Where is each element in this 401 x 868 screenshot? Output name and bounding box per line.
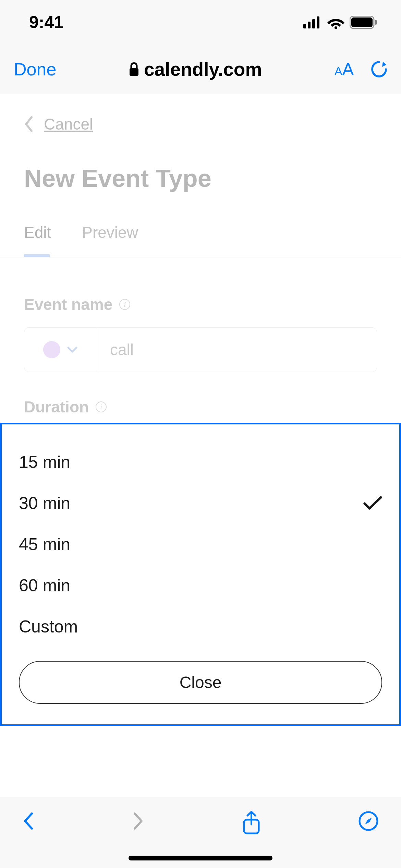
event-color-picker[interactable] (24, 328, 96, 372)
chevron-down-icon (67, 347, 77, 353)
duration-label: Duration (24, 398, 89, 416)
status-time: 9:41 (29, 12, 63, 32)
reload-icon[interactable] (371, 60, 387, 79)
picker-option-custom[interactable]: Custom (19, 606, 382, 647)
back-icon[interactable] (24, 116, 34, 132)
tab-edit[interactable]: Edit (24, 223, 51, 242)
tabs: Edit Preview (24, 223, 377, 257)
status-icons (303, 16, 377, 29)
lock-icon (129, 62, 139, 76)
event-name-label: Event name (24, 295, 112, 314)
color-swatch (43, 341, 60, 358)
cancel-link[interactable]: Cancel (44, 115, 93, 133)
battery-icon (350, 16, 377, 29)
duration-picker-panel: 15 min 30 min 45 min 60 min Custom Close (0, 423, 401, 726)
back-icon[interactable] (22, 811, 35, 831)
wifi-icon (327, 16, 344, 29)
picker-option-label: 30 min (19, 493, 70, 513)
svg-rect-2 (312, 19, 315, 28)
svg-rect-6 (351, 17, 373, 27)
picker-option-30min[interactable]: 30 min (19, 483, 382, 524)
svg-rect-3 (317, 16, 319, 28)
picker-option-15min[interactable]: 15 min (19, 442, 382, 483)
picker-option-label: Custom (19, 617, 78, 637)
svg-rect-1 (308, 22, 311, 28)
page-title: New Event Type (24, 164, 377, 192)
svg-point-4 (335, 26, 337, 29)
info-icon[interactable]: i (119, 299, 130, 310)
picker-option-label: 45 min (19, 534, 70, 554)
cellular-icon (303, 16, 322, 28)
close-button[interactable]: Close (19, 661, 382, 704)
url-text: calendly.com (144, 58, 262, 80)
picker-option-label: 15 min (19, 452, 70, 472)
share-icon[interactable] (242, 811, 261, 835)
address-bar[interactable]: calendly.com (129, 58, 262, 80)
home-indicator[interactable] (129, 856, 272, 860)
picker-option-45min[interactable]: 45 min (19, 524, 382, 565)
page-content: Cancel New Event Type Edit Preview Event… (0, 94, 401, 797)
svg-rect-7 (375, 20, 377, 25)
browser-chrome: Done calendly.com AA (0, 45, 401, 94)
status-bar: 9:41 (0, 0, 401, 45)
forward-icon (132, 811, 144, 831)
checkmark-icon (363, 496, 382, 510)
info-icon[interactable]: i (96, 401, 107, 412)
done-button[interactable]: Done (14, 59, 56, 80)
picker-option-60min[interactable]: 60 min (19, 565, 382, 606)
svg-rect-8 (130, 68, 138, 76)
text-size-button[interactable]: AA (335, 59, 354, 79)
event-name-field: call (24, 327, 377, 372)
tab-preview[interactable]: Preview (82, 223, 138, 242)
svg-rect-0 (303, 24, 306, 28)
safari-icon[interactable] (358, 811, 379, 831)
picker-option-label: 60 min (19, 576, 70, 595)
browser-toolbar (0, 797, 401, 868)
event-name-input[interactable]: call (96, 328, 377, 372)
